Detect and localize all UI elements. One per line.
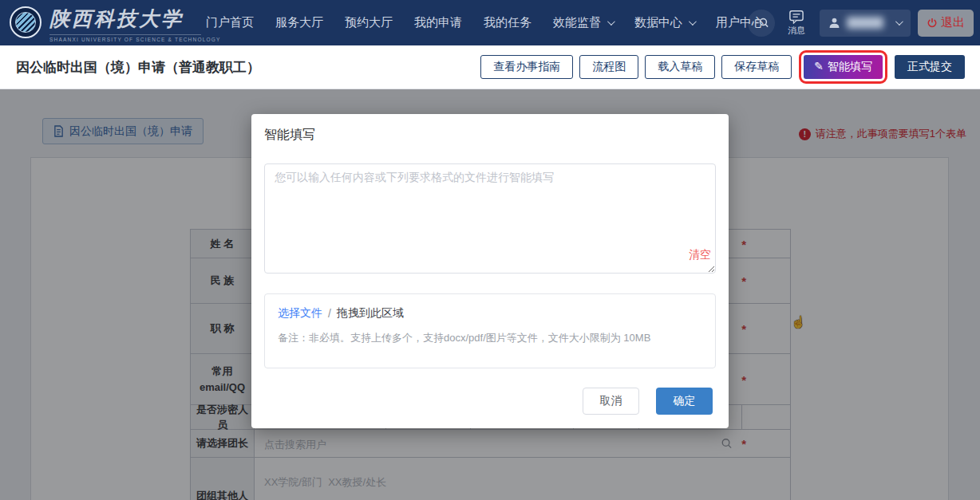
drag-drop-label: 拖拽到此区域 [337,306,404,321]
logo-emblem-pattern [15,12,36,33]
page-toolbar: 因公临时出国（境）申请（普通教职工） 查看办事指南 流程图 载入草稿 保存草稿 … [0,45,980,89]
user-name-blurred [847,17,883,29]
smart-fill-label: 智能填写 [828,60,872,74]
toolbar-buttons: 查看办事指南 流程图 载入草稿 保存草稿 ✎ 智能填写 正式提交 [480,55,965,79]
main-menu: 门户首页 服务大厅 预约大厅 我的申请 我的任务 效能监督 数据中心 用户中心 [206,0,764,45]
power-icon [927,18,938,29]
view-guide-button[interactable]: 查看办事指南 [480,55,573,79]
top-navbar: 陕西科技大学 SHAANXI UNIVERSITY OF SCIENCE & T… [0,0,980,45]
smart-fill-dialog: 智能填写 清空 选择文件 / 拖拽到此区域 备注：非必填。支持上传多个，支持do… [251,114,729,428]
save-draft-button[interactable]: 保存草稿 [721,55,792,79]
menu-item-booking-hall[interactable]: 预约大厅 [345,15,393,30]
search-button[interactable] [748,10,775,37]
pen-icon: ✎ [814,60,824,73]
cancel-button[interactable]: 取消 [583,388,639,415]
messages-label: 消息 [788,25,805,37]
user-avatar-icon [828,16,841,30]
chevron-down-icon [689,18,697,26]
user-account-dropdown[interactable] [820,10,911,37]
menu-item-my-tasks[interactable]: 我的任务 [484,15,531,30]
navbar-right-tools: 消息 退出 [748,0,974,45]
submit-button[interactable]: 正式提交 [895,55,965,79]
choose-file-link[interactable]: 选择文件 [278,306,322,321]
chevron-down-icon [895,18,903,26]
message-icon [788,10,804,24]
menu-item-portal[interactable]: 门户首页 [206,15,254,30]
logout-button[interactable]: 退出 [918,10,974,37]
flowchart-button[interactable]: 流程图 [579,55,638,79]
clear-link[interactable]: 清空 [689,248,711,262]
search-icon [754,15,769,30]
menu-item-data-center[interactable]: 数据中心 [634,15,694,30]
file-upload-area[interactable]: 选择文件 / 拖拽到此区域 备注：非必填。支持上传多个，支持docx/pdf/图… [264,293,716,368]
upload-note: 备注：非必填。支持上传多个，支持docx/pdf/图片等文件，文件大小限制为 1… [278,331,702,345]
menu-item-my-applications[interactable]: 我的申请 [414,15,462,30]
smart-fill-button[interactable]: ✎ 智能填写 [804,55,883,79]
separator: / [328,307,331,320]
chevron-down-icon [607,18,615,26]
university-name-cn: 陕西科技大学 [49,6,201,32]
page-title: 因公临时出国（境）申请（普通教职工） [16,58,260,77]
university-name-en: SHAANXI UNIVERSITY OF SCIENCE & TECHNOLO… [49,34,201,42]
university-name: 陕西科技大学 SHAANXI UNIVERSITY OF SCIENCE & T… [49,6,201,42]
university-logo [10,6,41,38]
logout-label: 退出 [941,15,965,30]
messages-button[interactable]: 消息 [778,10,815,37]
load-draft-button[interactable]: 载入草稿 [645,55,715,79]
dialog-title: 智能填写 [264,127,315,144]
confirm-button[interactable]: 确定 [656,388,713,415]
smart-fill-textarea[interactable] [264,163,716,274]
menu-item-efficiency-supervision[interactable]: 效能监督 [553,15,613,30]
menu-item-service-hall[interactable]: 服务大厅 [275,15,323,30]
